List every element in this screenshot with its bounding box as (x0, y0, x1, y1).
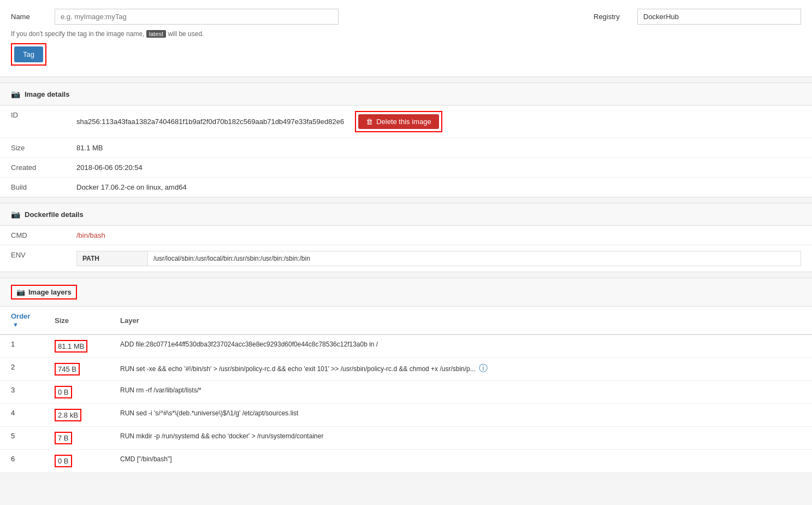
info-icon[interactable]: ⓘ (479, 363, 488, 373)
sort-icon: ▼ (13, 321, 19, 328)
hint-before: If you don't specify the tag in the imag… (11, 30, 144, 38)
col-size: Size (44, 307, 109, 334)
dockerfile-icon: 📷 (11, 210, 20, 219)
image-layers-title: Image layers (28, 288, 72, 296)
layer-command: RUN sed -i 's/^#\s*\(deb.*universe\)$/\1… (120, 409, 298, 417)
size-value: 745 B (55, 363, 80, 375)
image-details-header: 📷 Image details (0, 83, 812, 105)
layer-command: RUN mkdir -p /run/systemd && echo 'docke… (120, 432, 323, 440)
layer-size: 0 B (44, 450, 109, 473)
layer-text-cell: RUN mkdir -p /run/systemd && echo 'docke… (109, 427, 812, 450)
env-val: /usr/local/sbin:/usr/local/bin:/usr/sbin… (148, 251, 801, 266)
delete-button-outline: 🗑 Delete this image (355, 111, 442, 132)
layer-text-cell: RUN sed -i 's/^#\s*\(deb.*universe\)$/\1… (109, 404, 812, 427)
delete-button-label: Delete this image (376, 118, 431, 126)
name-input[interactable] (55, 9, 339, 25)
delete-image-button[interactable]: 🗑 Delete this image (358, 114, 438, 129)
tag-section: Name Registry If you don't specify the t… (0, 0, 812, 77)
created-row: Created 2018-06-06 05:20:54 (0, 158, 812, 178)
image-details-title: Image details (25, 90, 69, 98)
image-icon: 📷 (11, 90, 20, 98)
env-key: PATH (77, 251, 148, 266)
layer-order: 1 (0, 334, 44, 358)
cmd-value: /bin/bash (76, 231, 105, 239)
dockerfile-details-header: 📷 Dockerfile details (0, 203, 812, 226)
dockerfile-details-table: CMD /bin/bash ENV PATH/usr/local/sbin:/u… (0, 226, 812, 272)
table-row: 3 0 B RUN rm -rf /var/lib/apt/lists/* (0, 381, 812, 404)
size-row: Size 81.1 MB (0, 138, 812, 158)
layer-size: 2.8 kB (44, 404, 109, 427)
size-value: 7 B (55, 432, 72, 444)
image-layers-outline: 📷 Image layers (11, 285, 77, 300)
layer-order: 4 (0, 404, 44, 427)
layer-order: 5 (0, 427, 44, 450)
layer-size: 7 B (44, 427, 109, 450)
build-label: Build (0, 178, 66, 197)
layer-text-cell: RUN rm -rf /var/lib/apt/lists/* (109, 381, 812, 404)
build-row: Build Docker 17.06.2-ce on linux, amd64 (0, 178, 812, 197)
hint-after: will be used. (168, 30, 204, 38)
layer-order: 3 (0, 381, 44, 404)
layer-size: 0 B (44, 381, 109, 404)
tag-button[interactable]: Tag (14, 46, 43, 62)
layer-order: 6 (0, 450, 44, 473)
size-value: 2.8 kB (55, 409, 81, 421)
layer-text-cell: RUN set -xe && echo '#!/bin/sh' > /usr/s… (109, 358, 812, 381)
hint-text: If you don't specify the tag in the imag… (11, 30, 801, 38)
col-layer: Layer (109, 307, 812, 334)
image-layers-section: 📷 Image layers Order ▼ Size Layer 1 81.1… (0, 278, 812, 473)
table-row: 6 0 B CMD ["/bin/bash"] (0, 450, 812, 473)
image-details-section: 📷 Image details ID sha256:113a43faa1382a… (0, 83, 812, 197)
cmd-value-cell: /bin/bash (66, 226, 812, 245)
col-order[interactable]: Order ▼ (0, 307, 44, 334)
tag-button-outline: Tag (11, 43, 46, 66)
layer-size: 81.1 MB (44, 334, 109, 358)
id-row: ID sha256:113a43faa1382a7404681f1b9af2f0… (0, 105, 812, 138)
id-label: ID (0, 105, 66, 138)
name-label: Name (11, 13, 44, 21)
cmd-label: CMD (0, 226, 66, 245)
size-value: 0 B (55, 386, 72, 398)
size-label: Size (0, 138, 66, 158)
image-details-table: ID sha256:113a43faa1382a7404681f1b9af2f0… (0, 105, 812, 197)
table-row: 5 7 B RUN mkdir -p /run/systemd && echo … (0, 427, 812, 450)
cmd-row: CMD /bin/bash (0, 226, 812, 245)
image-layers-header: 📷 Image layers (0, 278, 812, 307)
layers-table: Order ▼ Size Layer 1 81.1 MB ADD file:28… (0, 307, 812, 473)
env-table: PATH/usr/local/sbin:/usr/local/bin:/usr/… (76, 251, 801, 266)
table-row: 1 81.1 MB ADD file:28c0771e44ff530dba3f2… (0, 334, 812, 358)
env-row: ENV PATH/usr/local/sbin:/usr/local/bin:/… (0, 245, 812, 272)
id-hash: sha256:113a43faa1382a7404681f1b9af2f0d70… (76, 118, 344, 126)
env-row-item: PATH/usr/local/sbin:/usr/local/bin:/usr/… (77, 251, 801, 266)
registry-input[interactable] (637, 9, 801, 25)
layer-command: CMD ["/bin/bash"] (120, 455, 172, 463)
dockerfile-details-section: 📷 Dockerfile details CMD /bin/bash ENV P… (0, 203, 812, 272)
layers-icon: 📷 (16, 288, 25, 296)
table-row: 4 2.8 kB RUN sed -i 's/^#\s*\(deb.*unive… (0, 404, 812, 427)
layer-text-cell: ADD file:28c0771e44ff530dba3f237024acc38… (109, 334, 812, 358)
table-row: 2 745 B RUN set -xe && echo '#!/bin/sh' … (0, 358, 812, 381)
layer-command: RUN set -xe && echo '#!/bin/sh' > /usr/s… (120, 365, 476, 373)
layers-header-row: Order ▼ Size Layer (0, 307, 812, 334)
created-value: 2018-06-06 05:20:54 (66, 158, 812, 178)
size-value: 0 B (55, 455, 72, 467)
layer-text-cell: CMD ["/bin/bash"] (109, 450, 812, 473)
trash-icon: 🗑 (366, 118, 373, 126)
env-value-cell: PATH/usr/local/sbin:/usr/local/bin:/usr/… (66, 245, 812, 272)
latest-badge: latest (146, 30, 166, 38)
dockerfile-details-title: Dockerfile details (25, 210, 84, 219)
layer-command: ADD file:28c0771e44ff530dba3f237024acc38… (120, 340, 378, 348)
layer-size: 745 B (44, 358, 109, 381)
size-value: 81.1 MB (66, 138, 812, 158)
layer-order: 2 (0, 358, 44, 381)
name-row: Name Registry (11, 9, 801, 25)
size-value: 81.1 MB (55, 340, 87, 353)
layer-command: RUN rm -rf /var/lib/apt/lists/* (120, 386, 201, 394)
created-label: Created (0, 158, 66, 178)
registry-label: Registry (594, 13, 626, 21)
env-label: ENV (0, 245, 66, 272)
id-value: sha256:113a43faa1382a7404681f1b9af2f0d70… (66, 105, 812, 138)
build-value: Docker 17.06.2-ce on linux, amd64 (66, 178, 812, 197)
